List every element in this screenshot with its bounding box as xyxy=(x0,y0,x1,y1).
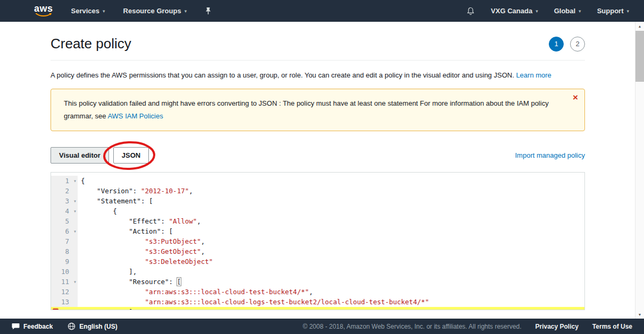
scrollbar-thumb[interactable] xyxy=(635,31,644,82)
code-line-text[interactable]: { xyxy=(78,176,584,186)
page-header: Create policy 1 2 xyxy=(51,22,585,61)
gutter-line-number[interactable]: 11▾ xyxy=(51,277,78,287)
gutter-line-number[interactable]: 6▾ xyxy=(51,226,78,236)
code-line-text[interactable]: ], xyxy=(78,267,584,277)
tabs-row: Visual editor JSON Import managed policy xyxy=(51,147,585,164)
close-icon[interactable]: × xyxy=(572,91,579,104)
page-title: Create policy xyxy=(51,36,131,52)
chevron-down-icon: ▾ xyxy=(103,8,105,14)
code-line[interactable]: 4▾ { xyxy=(51,206,584,216)
code-line[interactable]: 13 "arn:aws:s3:::local-cloud-logs-test-b… xyxy=(51,297,584,307)
nav-region-label: Global xyxy=(554,7,575,15)
gutter-line-number[interactable]: 8 xyxy=(51,246,78,256)
editor-lines: 1▾{2 "Version": "2012-10-17",3▾ "Stateme… xyxy=(51,176,584,310)
code-line-text[interactable]: ] xyxy=(78,307,584,310)
code-line[interactable]: 8 "s3:GetObject", xyxy=(51,246,584,256)
language-selector[interactable]: English (US) xyxy=(68,322,117,330)
code-line[interactable]: 1▾{ xyxy=(51,176,584,186)
speech-bubble-icon xyxy=(12,323,20,330)
code-line-text[interactable]: "arn:aws:s3:::local-cloud-test-bucket4/*… xyxy=(78,287,584,297)
import-managed-policy-link[interactable]: Import managed policy xyxy=(515,151,585,159)
code-line[interactable]: 14 ] xyxy=(51,307,584,310)
gutter-line-number[interactable]: 10 xyxy=(51,267,78,277)
nav-support-label: Support xyxy=(597,7,624,15)
step-1-badge[interactable]: 1 xyxy=(549,37,564,52)
vertical-scrollbar[interactable]: ▲ ▼ xyxy=(635,22,644,319)
nav-resource-groups-label: Resource Groups xyxy=(123,7,181,15)
json-policy-editor[interactable]: 1▾{2 "Version": "2012-10-17",3▾ "Stateme… xyxy=(51,172,585,310)
code-line-text[interactable]: "s3:PutObject", xyxy=(78,236,584,246)
chevron-down-icon: ▾ xyxy=(579,8,581,14)
fold-arrow-icon[interactable]: ▾ xyxy=(73,196,77,206)
code-line-text[interactable]: "Resource": [ xyxy=(78,277,584,287)
gutter-line-number[interactable]: 14 xyxy=(51,307,78,310)
code-line-text[interactable]: "s3:DeleteObject" xyxy=(78,256,584,267)
code-line-text[interactable]: "Statement": [ xyxy=(78,196,584,206)
pin-icon[interactable] xyxy=(205,7,212,15)
nav-services[interactable]: Services ▾ xyxy=(71,7,105,15)
gutter-line-number[interactable]: 7 xyxy=(51,236,78,246)
code-line[interactable]: 12 "arn:aws:s3:::local-cloud-test-bucket… xyxy=(51,287,584,297)
fold-arrow-icon[interactable]: ▾ xyxy=(73,176,77,186)
gutter-line-number[interactable]: 5 xyxy=(51,216,78,226)
gutter-line-number[interactable]: 9 xyxy=(51,256,78,267)
code-line[interactable]: 10 ], xyxy=(51,267,584,277)
tab-json[interactable]: JSON xyxy=(113,147,149,164)
fold-arrow-icon[interactable]: ▾ xyxy=(73,226,77,236)
nav-account-label: VXG Canada xyxy=(491,7,532,15)
copyright-text: © 2008 - 2018, Amazon Web Services, Inc.… xyxy=(303,323,521,330)
gutter-line-number[interactable]: 13 xyxy=(51,297,78,307)
gutter-line-number[interactable]: 1▾ xyxy=(51,176,78,186)
terms-of-use-link[interactable]: Terms of Use xyxy=(592,323,632,330)
editor-tabs: Visual editor JSON xyxy=(51,147,149,164)
code-line[interactable]: 5 "Effect": "Allow", xyxy=(51,216,584,226)
nav-region-menu[interactable]: Global ▾ xyxy=(554,7,581,15)
feedback-button[interactable]: Feedback xyxy=(12,323,53,330)
code-line[interactable]: 6▾ "Action": [ xyxy=(51,226,584,236)
privacy-policy-link[interactable]: Privacy Policy xyxy=(535,323,578,330)
chevron-down-icon: ▾ xyxy=(536,8,538,14)
policy-description-text: A policy defines the AWS permissions tha… xyxy=(51,71,514,79)
step-2-badge[interactable]: 2 xyxy=(570,37,585,52)
gutter-line-number[interactable]: 4▾ xyxy=(51,206,78,216)
code-line[interactable]: 2 "Version": "2012-10-17", xyxy=(51,186,584,196)
nav-support-menu[interactable]: Support ▾ xyxy=(597,7,629,15)
aws-logo[interactable]: aws xyxy=(34,4,53,18)
aws-logo-text: aws xyxy=(34,4,53,13)
learn-more-link[interactable]: Learn more xyxy=(516,71,551,79)
fold-arrow-icon[interactable]: ▾ xyxy=(73,206,77,216)
code-line-text[interactable]: "arn:aws:s3:::local-cloud-logs-test-buck… xyxy=(78,297,584,307)
fold-arrow-icon[interactable]: ▾ xyxy=(73,277,77,287)
nav-services-label: Services xyxy=(71,7,100,15)
globe-icon xyxy=(68,322,76,330)
code-line-text[interactable]: "Effect": "Allow", xyxy=(78,216,584,226)
language-label: English (US) xyxy=(79,323,117,330)
nav-account-menu[interactable]: VXG Canada ▾ xyxy=(491,7,538,15)
validation-alert: × This policy validation failed and migh… xyxy=(51,89,585,131)
code-line-text[interactable]: "Version": "2012-10-17", xyxy=(78,186,584,196)
step-indicator: 1 2 xyxy=(549,37,585,52)
chevron-down-icon: ▾ xyxy=(626,8,629,14)
policy-description: A policy defines the AWS permissions tha… xyxy=(51,71,585,79)
aws-logo-swoosh-icon xyxy=(35,13,52,18)
footer: Feedback English (US) © 2008 - 2018, Ama… xyxy=(0,319,644,334)
code-line[interactable]: 3▾ "Statement": [ xyxy=(51,196,584,206)
gutter-line-number[interactable]: 3▾ xyxy=(51,196,78,206)
nav-resource-groups[interactable]: Resource Groups ▾ xyxy=(123,7,187,15)
code-line[interactable]: 9 "s3:DeleteObject" xyxy=(51,256,584,267)
aws-iam-policies-link[interactable]: AWS IAM Policies xyxy=(107,112,163,120)
notifications-bell-icon[interactable] xyxy=(466,7,475,15)
code-line-text[interactable]: "s3:GetObject", xyxy=(78,246,584,256)
code-line-text[interactable]: { xyxy=(78,206,584,216)
code-line-text[interactable]: "Action": [ xyxy=(78,226,584,236)
tab-visual-editor[interactable]: Visual editor xyxy=(51,147,109,164)
code-line[interactable]: 7 "s3:PutObject", xyxy=(51,236,584,246)
scrollbar-up-arrow[interactable]: ▲ xyxy=(635,22,644,30)
error-marker-icon xyxy=(53,309,58,310)
code-line[interactable]: 11▾ "Resource": [ xyxy=(51,277,584,287)
main-content: Create policy 1 2 A policy defines the A… xyxy=(51,22,585,310)
scrollbar-down-arrow[interactable]: ▼ xyxy=(635,310,644,319)
gutter-line-number[interactable]: 12 xyxy=(51,287,78,297)
feedback-label: Feedback xyxy=(23,323,53,330)
gutter-line-number[interactable]: 2 xyxy=(51,186,78,196)
